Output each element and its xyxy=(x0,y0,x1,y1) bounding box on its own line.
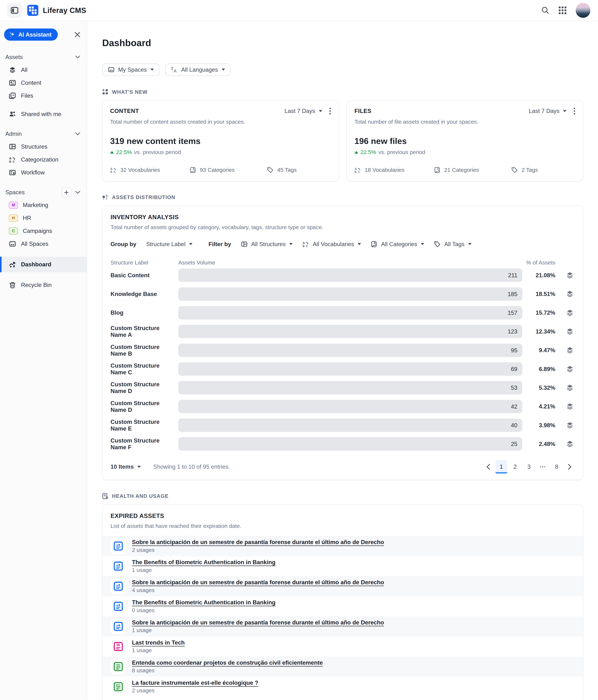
content-card-description: Total number of content assets created i… xyxy=(110,119,331,125)
sidebar-item-shared-with-me[interactable]: Shared with me xyxy=(0,108,87,121)
asset-icon-box: W xyxy=(110,639,126,654)
files-card: FILES Last 7 Days Total number of file a… xyxy=(347,100,583,181)
sidebar-toggle-button[interactable] xyxy=(7,3,22,18)
page-button-8[interactable]: 8 xyxy=(551,460,563,474)
assets-volume-bar[interactable]: 25 xyxy=(178,437,522,451)
sidebar-item-content[interactable]: Content xyxy=(0,76,87,89)
ai-assistant-button[interactable]: AI Assistant xyxy=(4,28,58,41)
language-filter-dropdown[interactable]: x A All Languages xyxy=(165,64,231,76)
tags-filter-dropdown[interactable]: All Tags xyxy=(434,241,472,248)
bar-value: 40 xyxy=(511,422,517,429)
asset-icon-box xyxy=(110,679,126,694)
pct-of-assets-value: 5.32% xyxy=(522,384,555,391)
content-card-menu-button[interactable] xyxy=(329,107,331,115)
tag-icon xyxy=(511,167,518,173)
next-page-button[interactable] xyxy=(565,464,575,470)
caret-down-icon xyxy=(150,69,154,71)
app-title: Liferay CMS xyxy=(43,6,86,15)
categories-filter-dropdown[interactable]: All Categories xyxy=(371,241,424,248)
sidebar-item-recycle-bin[interactable]: Recycle Bin xyxy=(0,278,87,292)
stat-label: 18 Vocabularies xyxy=(365,167,404,173)
layers-icon xyxy=(566,384,574,392)
vocabularies-filter-dropdown[interactable]: A B C All Vocabularies xyxy=(302,241,361,248)
app-grid-button[interactable] xyxy=(559,6,566,14)
expired-asset-usages: 1 usage xyxy=(132,567,275,573)
assets-distribution-icon xyxy=(102,194,108,200)
inventory-row: Custom Structure Name D 53 5.32% xyxy=(110,378,575,397)
assets-volume-bar[interactable]: 185 xyxy=(178,288,522,301)
assets-volume-bar[interactable]: 95 xyxy=(178,344,522,357)
assets-volume-bar[interactable]: 157 xyxy=(178,306,522,320)
content-range-dropdown[interactable]: Last 7 Days xyxy=(284,108,322,114)
expired-asset-usages: 2 usages xyxy=(132,688,258,694)
files-range-value: Last 7 Days xyxy=(529,108,559,114)
sidebar-item-all-spaces[interactable]: All Spaces xyxy=(0,238,87,250)
section-admin[interactable]: Admin xyxy=(0,128,87,140)
add-space-button[interactable] xyxy=(62,188,71,197)
inventory-row: Knowledge Base 185 18.51% xyxy=(110,284,575,303)
group-by-dropdown[interactable]: Structure Label xyxy=(146,241,193,248)
sidebar-item-structures[interactable]: Structures xyxy=(0,140,87,153)
stat-label: 21 Categories xyxy=(444,167,479,173)
files-vocabularies-stat: A B C 18 Vocabularies xyxy=(354,167,434,173)
expired-asset-link[interactable]: Sobre la anticipación de un semestre de … xyxy=(132,539,384,546)
expired-asset-link[interactable]: The Benefits of Biometric Authentication… xyxy=(132,559,275,566)
page-button-2[interactable]: 2 xyxy=(509,460,521,474)
expired-asset-link[interactable]: La facture instrumentale est-elle écolog… xyxy=(132,679,258,686)
expired-asset-link[interactable]: Entenda como coordenar projetos de const… xyxy=(132,659,323,666)
sidebar-item-label: HR xyxy=(23,215,31,221)
structures-filter-dropdown[interactable]: All Structures xyxy=(241,241,293,248)
files-trend-value: 22.5% xyxy=(360,149,376,155)
expired-asset-link[interactable]: Sobre la anticipación de un semestre de … xyxy=(132,579,384,586)
page-button-3[interactable]: 3 xyxy=(523,460,535,474)
expired-asset-link[interactable]: Sobre la anticipación de un semestre de … xyxy=(132,619,384,626)
assets-volume-bar[interactable]: 123 xyxy=(178,325,522,338)
items-per-page-dropdown[interactable]: 10 Items xyxy=(110,464,141,470)
assets-volume-bar[interactable]: 69 xyxy=(178,362,522,376)
expired-asset-link[interactable]: Last trends in Tech xyxy=(132,639,185,646)
page-button-1[interactable]: 1 xyxy=(496,460,507,474)
section-spaces[interactable]: Spaces xyxy=(0,186,87,199)
caret-down-icon xyxy=(289,243,293,245)
health-section-header: HEALTH AND USAGE xyxy=(102,493,583,499)
assets-volume-bar[interactable]: 53 xyxy=(178,381,522,394)
sidebar-item-all[interactable]: All xyxy=(0,64,87,76)
spaces-filter-dropdown[interactable]: My Spaces xyxy=(102,64,159,76)
user-avatar[interactable] xyxy=(576,3,591,18)
chevron-down-icon xyxy=(75,191,80,194)
structure-label: Custom Structure Name B xyxy=(110,344,178,357)
page-ellipsis: ••• xyxy=(537,460,549,474)
content-categories-stat: 93 Categories xyxy=(190,167,267,173)
sidebar-item-dashboard[interactable]: Dashboard xyxy=(0,257,87,272)
sidebar-item-marketing[interactable]: M Marketing xyxy=(0,199,87,211)
layers-icon xyxy=(566,328,574,335)
tag-icon xyxy=(267,167,274,173)
structure-label: Custom Structure Name E xyxy=(110,419,178,432)
items-per-page-value: 10 Items xyxy=(110,464,134,470)
section-assets[interactable]: Assets xyxy=(0,51,87,64)
expired-asset-link[interactable]: The Benefits of Biometric Authentication… xyxy=(132,599,275,606)
sidebar-item-campaigns[interactable]: C Campaigns xyxy=(0,224,87,238)
sidebar-item-hr[interactable]: H HR xyxy=(0,211,87,224)
bar-value: 25 xyxy=(511,441,517,447)
files-range-dropdown[interactable]: Last 7 Days xyxy=(529,108,567,114)
structure-label: Custom Structure Name D xyxy=(110,400,178,413)
previous-page-button[interactable] xyxy=(483,464,493,470)
blog-document-icon xyxy=(114,601,123,611)
inventory-description: Total number of assets grouped by catego… xyxy=(110,224,575,230)
caret-down-icon xyxy=(563,110,566,112)
assets-volume-bar[interactable]: 42 xyxy=(178,400,522,413)
search-button[interactable] xyxy=(541,6,549,15)
sidebar-item-workflow[interactable]: Workflow xyxy=(0,166,87,179)
files-card-menu-button[interactable] xyxy=(574,107,575,115)
assets-volume-bar[interactable]: 211 xyxy=(178,269,522,282)
sidebar-item-categorization[interactable]: A B C Categorization xyxy=(0,153,87,166)
inventory-row: Custom Structure Name E 40 3.98% xyxy=(110,416,575,434)
close-sidebar-button[interactable] xyxy=(74,31,80,38)
structure-type-cell xyxy=(555,403,575,410)
sidebar-item-files[interactable]: Files xyxy=(0,89,87,102)
spaces-icon xyxy=(108,66,115,73)
svg-text:B: B xyxy=(303,245,305,248)
marketing-space-badge: M xyxy=(9,202,18,209)
assets-volume-bar[interactable]: 40 xyxy=(178,419,522,432)
